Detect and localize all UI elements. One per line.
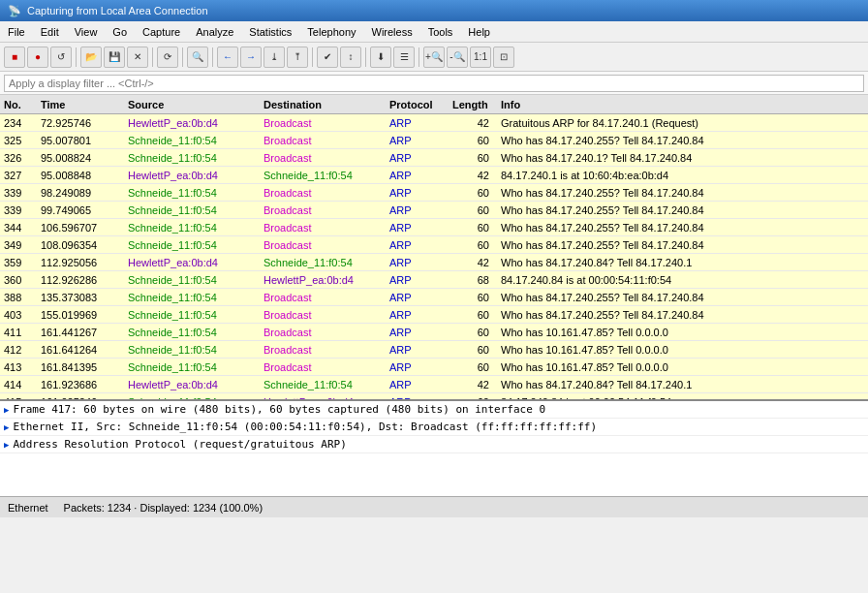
- menu-telephony[interactable]: Telephony: [299, 23, 363, 41]
- menu-wireless[interactable]: Wireless: [364, 23, 420, 41]
- cell-no: 414: [0, 379, 37, 390]
- cell-len: 60: [449, 222, 497, 234]
- filterbar: [0, 72, 868, 95]
- menu-analyze[interactable]: Analyze: [188, 23, 241, 41]
- toolbar-btn-6[interactable]: ✕: [127, 47, 148, 68]
- cell-dst: Broadcast: [260, 239, 386, 251]
- toolbar-btn-18[interactable]: ↕: [340, 47, 361, 68]
- cell-dst: Broadcast: [260, 344, 386, 356]
- cell-len: 42: [449, 379, 497, 390]
- cell-proto: ARP: [386, 204, 449, 216]
- cell-time: 112.926286: [37, 274, 124, 286]
- table-row[interactable]: 413 161.841395 Schneide_11:f0:54 Broadca…: [0, 359, 868, 376]
- menu-edit[interactable]: Edit: [33, 23, 67, 41]
- cell-dst: Broadcast: [260, 361, 386, 373]
- table-row[interactable]: 344 106.596707 Schneide_11:f0:54 Broadca…: [0, 219, 868, 236]
- packet-table-body[interactable]: 234 72.925746 HewlettP_ea:0b:d4 Broadcas…: [0, 114, 868, 399]
- detail-row-0[interactable]: ▶Frame 417: 60 bytes on wire (480 bits),…: [0, 401, 868, 419]
- detail-pane: ▶Frame 417: 60 bytes on wire (480 bits),…: [0, 399, 868, 496]
- cell-no: 349: [0, 239, 37, 251]
- toolbar-btn-8[interactable]: ⟳: [157, 47, 178, 68]
- detail-text-1: Ethernet II, Src: Schneide_11:f0:54 (00:…: [13, 421, 597, 433]
- menu-file[interactable]: File: [0, 23, 33, 41]
- cell-dst: Broadcast: [260, 292, 386, 303]
- cell-proto: ARP: [386, 135, 449, 146]
- table-row[interactable]: 360 112.926286 Schneide_11:f0:54 Hewlett…: [0, 271, 868, 289]
- toolbar-btn-12[interactable]: ←: [217, 47, 238, 68]
- table-row[interactable]: 388 135.373083 Schneide_11:f0:54 Broadca…: [0, 289, 868, 306]
- detail-row-1[interactable]: ▶Ethernet II, Src: Schneide_11:f0:54 (00…: [0, 419, 868, 436]
- cell-time: 95.007801: [37, 135, 124, 146]
- toolbar-btn-14[interactable]: ⤓: [264, 47, 285, 68]
- table-header: No. Time Source Destination Protocol Len…: [0, 95, 868, 114]
- cell-info: Who has 10.161.47.85? Tell 0.0.0.0: [497, 344, 868, 356]
- table-row[interactable]: 359 112.925056 HewlettP_ea:0b:d4 Schneid…: [0, 254, 868, 271]
- table-row[interactable]: 339 98.249089 Schneide_11:f0:54 Broadcas…: [0, 184, 868, 202]
- cell-time: 98.249089: [37, 187, 124, 199]
- title-icon: 📡: [8, 5, 21, 17]
- table-row[interactable]: 234 72.925746 HewlettP_ea:0b:d4 Broadcas…: [0, 114, 868, 132]
- table-row[interactable]: 403 155.019969 Schneide_11:f0:54 Broadca…: [0, 306, 868, 324]
- toolbar-btn-26[interactable]: ⊡: [493, 47, 514, 68]
- table-row[interactable]: 414 161.923686 HewlettP_ea:0b:d4 Schneid…: [0, 376, 868, 393]
- toolbar-btn-5[interactable]: 💾: [104, 47, 125, 68]
- cell-dst: Broadcast: [260, 187, 386, 199]
- menu-go[interactable]: Go: [105, 23, 135, 41]
- toolbar-separator-11: [212, 47, 213, 67]
- menu-capture[interactable]: Capture: [135, 23, 188, 41]
- cell-time: 106.596707: [37, 222, 124, 234]
- expand-icon-1: ▶: [4, 422, 9, 432]
- toolbar-btn-10[interactable]: 🔍: [187, 47, 208, 68]
- table-row[interactable]: 412 161.641264 Schneide_11:f0:54 Broadca…: [0, 341, 868, 359]
- cell-proto: ARP: [386, 187, 449, 199]
- toolbar-btn-20[interactable]: ⬇: [370, 47, 391, 68]
- cell-time: 161.441267: [37, 327, 124, 338]
- toolbar-btn-24[interactable]: -🔍: [447, 47, 468, 68]
- toolbar-btn-4[interactable]: 📂: [80, 47, 102, 68]
- cell-no: 413: [0, 361, 37, 373]
- menu-view[interactable]: View: [67, 23, 106, 41]
- cell-src: HewlettP_ea:0b:d4: [124, 257, 260, 268]
- toolbar-btn-15[interactable]: ⤒: [287, 47, 308, 68]
- table-row[interactable]: 325 95.007801 Schneide_11:f0:54 Broadcas…: [0, 132, 868, 149]
- cell-time: 72.925746: [37, 117, 124, 129]
- toolbar-btn-1[interactable]: ●: [27, 47, 48, 68]
- cell-info: Who has 84.17.240.255? Tell 84.17.240.84: [497, 309, 868, 321]
- filter-input[interactable]: [4, 75, 864, 92]
- cell-src: Schneide_11:f0:54: [124, 344, 260, 356]
- toolbar-btn-2[interactable]: ↺: [50, 47, 72, 68]
- table-row[interactable]: 411 161.441267 Schneide_11:f0:54 Broadca…: [0, 324, 868, 341]
- detail-text-0: Frame 417: 60 bytes on wire (480 bits), …: [13, 403, 545, 416]
- cell-time: 161.641264: [37, 344, 124, 356]
- menu-help[interactable]: Help: [460, 23, 498, 41]
- cell-no: 360: [0, 274, 37, 286]
- table-row[interactable]: 339 99.749065 Schneide_11:f0:54 Broadcas…: [0, 202, 868, 219]
- toolbar-separator-16: [312, 47, 313, 67]
- col-header-source: Source: [124, 99, 260, 110]
- cell-proto: ARP: [386, 344, 449, 356]
- cell-info: Who has 84.17.240.255? Tell 84.17.240.84: [497, 187, 868, 199]
- toolbar-btn-25[interactable]: 1:1: [470, 47, 491, 68]
- cell-src: Schneide_11:f0:54: [124, 292, 260, 303]
- toolbar-btn-17[interactable]: ✔: [317, 47, 338, 68]
- cell-dst: Broadcast: [260, 222, 386, 234]
- toolbar-btn-0[interactable]: ■: [4, 47, 25, 68]
- cell-src: Schneide_11:f0:54: [124, 239, 260, 251]
- toolbar-btn-23[interactable]: +🔍: [423, 47, 445, 68]
- cell-no: 388: [0, 292, 37, 303]
- table-row[interactable]: 327 95.008848 HewlettP_ea:0b:d4 Schneide…: [0, 167, 868, 184]
- cell-info: Who has 10.161.47.85? Tell 0.0.0.0: [497, 361, 868, 373]
- table-row[interactable]: 349 108.096354 Schneide_11:f0:54 Broadca…: [0, 236, 868, 254]
- cell-no: 326: [0, 152, 37, 164]
- detail-row-2[interactable]: ▶Address Resolution Protocol (request/gr…: [0, 436, 868, 453]
- menubar: FileEditViewGoCaptureAnalyzeStatisticsTe…: [0, 21, 868, 43]
- cell-dst: Broadcast: [260, 117, 386, 129]
- cell-no: 412: [0, 344, 37, 356]
- table-row[interactable]: 326 95.008824 Schneide_11:f0:54 Broadcas…: [0, 149, 868, 167]
- toolbar-btn-21[interactable]: ☰: [393, 47, 415, 68]
- menu-statistics[interactable]: Statistics: [241, 23, 299, 41]
- cell-no: 411: [0, 327, 37, 338]
- cell-len: 60: [449, 292, 497, 303]
- toolbar-btn-13[interactable]: →: [240, 47, 262, 68]
- menu-tools[interactable]: Tools: [420, 23, 461, 41]
